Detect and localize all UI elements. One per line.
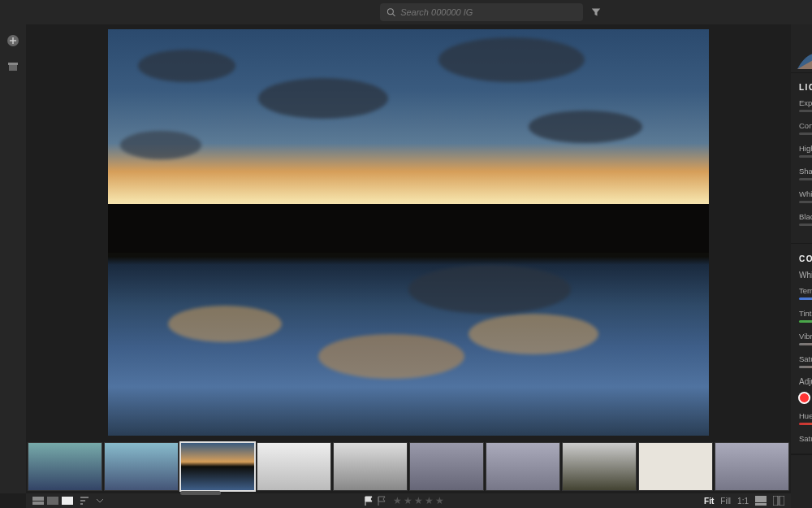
zoom-fit[interactable]: Fit — [704, 497, 714, 506]
color-swatches — [799, 393, 812, 403]
add-icon[interactable] — [6, 34, 19, 47]
single-view-button[interactable] — [62, 497, 73, 505]
saturation-slider[interactable]: Saturation0 — [799, 354, 812, 368]
flag-rejected-icon[interactable] — [377, 496, 387, 506]
filmstrip-toggle-icon[interactable] — [755, 496, 767, 506]
photo-viewer[interactable] — [26, 24, 791, 441]
vibrance-slider[interactable]: Vibrance+ 50 — [799, 332, 812, 345]
hue-slider[interactable]: Hue+ 8 — [799, 411, 812, 425]
svg-rect-5 — [755, 496, 767, 502]
edit-panel: LIGHT AUTO Exposure+ 0.26 Contrast– 32 H… — [791, 24, 812, 508]
svg-rect-8 — [780, 496, 784, 506]
wb-label: White Balance — [799, 271, 812, 280]
filmstrip-scrollbar[interactable] — [180, 491, 221, 495]
star-rating[interactable]: ★★★★★ — [393, 495, 444, 506]
filmstrip-thumb[interactable] — [638, 442, 713, 491]
color-section: COLOR B & W White Balance As Shot Temp48… — [791, 244, 812, 454]
zoom-fill[interactable]: Fill — [720, 497, 731, 506]
presets-button[interactable]: Presets — [791, 454, 812, 474]
filter-icon[interactable] — [591, 7, 601, 17]
grid-large-button[interactable] — [47, 497, 58, 505]
compare-icon[interactable] — [773, 496, 784, 506]
light-section: LIGHT AUTO Exposure+ 0.26 Contrast– 32 H… — [791, 73, 812, 244]
flag-picked-icon[interactable] — [364, 496, 374, 506]
filmstrip-thumb[interactable] — [486, 442, 560, 491]
svg-rect-7 — [773, 496, 778, 506]
svg-rect-4 — [9, 65, 17, 71]
shadows-slider[interactable]: Shadows+ 26 — [799, 167, 812, 180]
filmstrip-thumb[interactable] — [715, 442, 789, 491]
color-title: COLOR — [799, 254, 812, 263]
preview-image — [108, 29, 709, 436]
filmstrip-thumb[interactable] — [409, 442, 484, 491]
bottom-toolbar: ★★★★★ Fit Fill 1:1 — [26, 493, 791, 508]
search-input[interactable] — [400, 7, 577, 17]
temp-slider[interactable]: Temp4800 — [799, 286, 812, 300]
light-title: LIGHT — [799, 83, 812, 92]
swatch-red[interactable] — [799, 393, 810, 403]
contrast-slider[interactable]: Contrast– 32 — [799, 121, 812, 135]
sort-icon[interactable] — [80, 496, 89, 506]
archive-icon[interactable] — [6, 60, 19, 73]
filmstrip-thumb[interactable] — [28, 442, 102, 491]
filmstrip-thumb-selected[interactable] — [180, 442, 255, 491]
top-bar — [0, 0, 812, 24]
filmstrip-thumb[interactable] — [104, 442, 179, 491]
histogram[interactable] — [791, 24, 812, 73]
svg-line-1 — [393, 14, 395, 16]
filmstrip-thumb[interactable] — [562, 442, 637, 491]
highlights-slider[interactable]: Highlights– 49 — [799, 144, 812, 158]
filmstrip — [26, 441, 791, 493]
filmstrip-thumb[interactable] — [333, 442, 408, 491]
exposure-slider[interactable]: Exposure+ 0.26 — [799, 98, 812, 112]
search-field[interactable] — [380, 3, 583, 21]
adjust-label: Adjust — [799, 377, 812, 386]
blacks-slider[interactable]: Blacks0 — [799, 212, 812, 226]
svg-point-0 — [387, 9, 393, 15]
left-rail — [0, 24, 26, 493]
main-area — [26, 24, 791, 493]
filmstrip-thumb[interactable] — [257, 442, 331, 491]
search-icon — [387, 7, 395, 17]
svg-rect-3 — [8, 63, 18, 65]
chevron-down-icon[interactable] — [96, 497, 104, 505]
whites-slider[interactable]: Whites0 — [799, 189, 812, 203]
saturation2-slider[interactable]: Saturation+ 17 — [799, 434, 812, 443]
svg-rect-6 — [755, 503, 767, 506]
tint-slider[interactable]: Tint+ 6 — [799, 309, 812, 323]
view-mode-group — [32, 497, 73, 505]
grid-small-button[interactable] — [32, 497, 44, 505]
zoom-1to1[interactable]: 1:1 — [737, 497, 749, 506]
